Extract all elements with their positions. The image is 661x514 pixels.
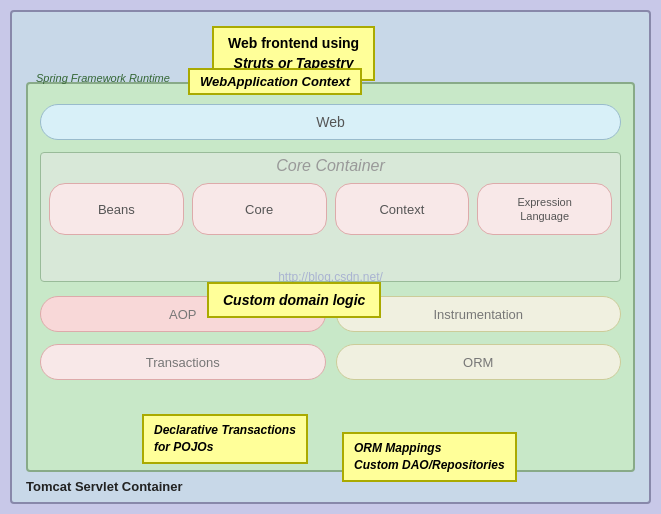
declarative-line2: for POJOs <box>154 440 213 454</box>
web-frontend-line1: Web frontend using <box>228 35 359 51</box>
tx-label: Transactions <box>146 355 220 370</box>
context-item: Context <box>335 183 470 235</box>
expression-item: ExpressionLanguage <box>477 183 612 235</box>
aop-label: AOP <box>169 307 196 322</box>
custom-domain-label: Custom domain logic <box>223 292 365 308</box>
custom-domain-badge: Custom domain logic <box>207 282 381 318</box>
orm-mappings-badge: ORM Mappings Custom DAO/Repositories <box>342 432 517 482</box>
core-items: Beans Core Context ExpressionLanguage <box>49 183 612 235</box>
declarative-badge: Declarative Transactions for POJOs <box>142 414 308 464</box>
orm-label: ORM <box>463 355 493 370</box>
web-bar-label: Web <box>316 114 345 130</box>
core-container: Core Container Beans Core Context Expres… <box>40 152 621 282</box>
web-bar: Web <box>40 104 621 140</box>
spring-runtime: Spring Framework Runtime WebApplication … <box>26 82 635 472</box>
orm-mappings-line1: ORM Mappings <box>354 441 441 455</box>
tomcat-container: Tomcat Servlet Container Web frontend us… <box>10 10 651 504</box>
tx-bar: Transactions <box>40 344 326 380</box>
instrumentation-label: Instrumentation <box>433 307 523 322</box>
core-item: Core <box>192 183 327 235</box>
expression-label: ExpressionLanguage <box>517 195 571 224</box>
beans-item: Beans <box>49 183 184 235</box>
tx-row: Transactions ORM <box>40 344 621 380</box>
declarative-line1: Declarative Transactions <box>154 423 296 437</box>
core-container-label: Core Container <box>41 157 620 175</box>
orm-mappings-line2: Custom DAO/Repositories <box>354 458 505 472</box>
tomcat-label: Tomcat Servlet Container <box>26 479 183 494</box>
spring-label: Spring Framework Runtime <box>36 72 170 84</box>
beans-label: Beans <box>98 202 135 217</box>
webapp-context-badge: WebApplication Context <box>188 68 362 95</box>
core-label: Core <box>245 202 273 217</box>
context-label: Context <box>379 202 424 217</box>
orm-bar: ORM <box>336 344 622 380</box>
webapp-context-label: WebApplication Context <box>200 74 350 89</box>
